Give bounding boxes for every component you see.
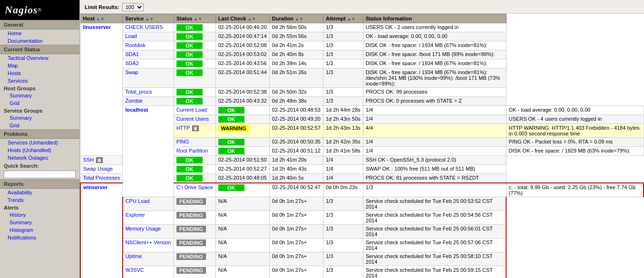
attempt-cell: 1/4 [323,156,363,165]
attempt-cell: 1/4 [363,106,506,115]
sidebar-item-service-groups-grid[interactable]: Grid [0,122,79,129]
sidebar-item-host-groups-summary[interactable]: Summary [0,92,79,99]
sidebar-item-alerts-history[interactable]: History [0,211,79,219]
host-sort-icon[interactable]: ▲▼ [96,17,105,21]
sidebar-item-home[interactable]: Home [0,29,79,37]
attempt-cell: 1/3 [323,211,363,225]
host-cell[interactable]: localhost [123,106,174,197]
table-row: ZombieOK02-25-2014 00:43:320d 2h 49m 38s… [80,97,644,106]
duration-cell: 0d 2h 39m 14s [269,59,323,68]
service-link[interactable]: Swap [125,69,138,75]
sidebar-item-availability[interactable]: Availability [0,189,79,196]
service-link[interactable]: Root Partition [176,148,208,153]
status-info-cell: DISK OK - free space: / 1934 MB (67% ino… [363,59,506,68]
service-cell: Current Load [174,106,215,115]
status-cell: OK [215,138,269,147]
quick-search-label: Quick Search: [0,162,79,170]
attempt-cell: 1/3 [323,32,363,41]
attempt-cell: 1/4 [323,165,363,174]
duration-cell: 1d 2h 43m 13s [323,124,363,138]
service-link[interactable]: Explorer [126,212,145,218]
attempt-cell: 1/3 [323,97,363,106]
service-link[interactable]: SSH [83,157,94,163]
limit-select[interactable]: 100 50 200 [122,3,144,11]
limit-label: Limit Results: [85,4,119,10]
attempt-sort-icon[interactable]: ▲▼ [347,17,356,21]
service-cell: CHECK USERS [123,23,174,32]
sidebar-item-notifications[interactable]: Notifications [0,234,79,241]
service-cell: Load [123,32,174,41]
host-cell[interactable]: winserver [80,183,123,278]
status-badge: OK [176,33,203,40]
status-info-cell: PROCS OK: 81 processes with STATE = RSZD… [363,174,506,183]
status-cell: OK [215,147,269,156]
host-cell[interactable]: linuxserver [80,23,123,156]
service-sort-icon[interactable]: ▲▼ [145,17,154,21]
service-link[interactable]: HTTP [176,125,190,131]
status-badge: OK [176,175,203,182]
service-link[interactable]: Total Processes [83,175,120,181]
status-badge: PENDING [176,212,206,219]
status-sort-icon[interactable]: ▲▼ [194,17,202,21]
attempt-cell: 1/3 [363,183,506,197]
status-badge: PENDING [176,198,206,205]
service-link[interactable]: Swap Usage [83,166,113,172]
attempt-cell: 1/4 [363,147,506,156]
service-cell: Swap Usage [80,165,123,174]
table-row: localhostCurrent LoadOK02-25-2014 00:48:… [80,106,644,115]
service-link[interactable]: CHECK USERS [125,24,163,30]
attempt-cell: 1/4 [363,115,506,124]
service-link[interactable]: PING [176,139,189,144]
service-link[interactable]: NSClient++ Version [126,240,171,245]
sidebar-item-hosts[interactable]: Hosts [0,69,79,77]
status-info-cell: USERS OK - 2 users currently logged in [363,23,506,32]
duration-sort-icon[interactable]: ▲▼ [295,17,303,21]
service-link[interactable]: Current Users [176,116,209,122]
service-link[interactable]: CPU Load [126,198,150,204]
status-cell: PENDING [174,266,215,278]
attempt-cell: 1/3 [323,88,363,97]
duration-cell: 1d 2h 44m 28s [323,106,363,115]
sidebar-item-hosts-unhandled[interactable]: Hosts (Unhandled) [0,146,79,154]
sidebar-item-service-groups-summary[interactable]: Summary [0,114,79,122]
services-table: Host ▲▼ Service ▲▼ Status ▲▼ Last Check … [80,14,644,278]
table-row: CPU LoadPENDINGN/A0d 0h 1m 27s+1/3Servic… [80,197,644,211]
table-row: Total_procsOK02-25-2014 00:52:380d 2h 50… [80,88,644,97]
sidebar-item-network-outages[interactable]: Network Outages [0,154,79,162]
duration-cell: 0d 2h 49m 38s [269,97,323,106]
sidebar-item-tactical-overview[interactable]: Tactical Overview [0,54,79,62]
last-check-cell: 02-25-2014 00:52:08 [215,41,269,50]
last-check-cell: 02-25-2014 00:49:20 [269,115,323,124]
service-link[interactable]: Rootdisk [125,42,146,48]
sidebar-item-alerts-histogram[interactable]: Histogram [0,226,79,234]
sidebar-item-services-unhandled[interactable]: Services (Unhandled) [0,139,79,146]
last-check-cell: 02-25-2014 00:43:32 [215,97,269,106]
sidebar-item-alerts-summary[interactable]: Summary [0,219,79,226]
service-cell: Uptime [123,252,174,266]
service-link[interactable]: Total_procs [125,89,152,95]
attempt-cell: 1/3 [323,239,363,252]
service-link[interactable]: SDA1 [125,51,139,57]
sidebar-item-services[interactable]: Services [0,77,79,85]
service-link[interactable]: C:\ Drive Space [176,184,213,190]
sidebar-item-documentation[interactable]: Documentation [0,37,79,45]
service-link[interactable]: Memory Usage [126,226,161,231]
table-row: Memory UsagePENDINGN/A0d 0h 1m 27s+1/3Se… [80,225,644,239]
duration-cell: 0d 2h 41m 2s [269,41,323,50]
service-link[interactable]: Uptime [126,253,142,259]
sidebar-item-host-groups-grid[interactable]: Grid [0,99,79,107]
status-badge: PENDING [176,267,206,274]
lastcheck-sort-icon[interactable]: ▲▼ [247,17,256,21]
quick-search-input[interactable] [4,171,76,178]
service-link[interactable]: W3SVC [126,267,144,273]
sidebar-item-trends[interactable]: Trends [0,196,79,204]
service-link[interactable]: SDA2 [125,60,139,66]
duration-cell: 0d 2h 51m 26s [269,68,323,88]
service-cell: Memory Usage [123,225,174,239]
service-link[interactable]: Load [125,33,137,39]
status-cell: PENDING [174,239,215,252]
service-link[interactable]: Current Load [176,107,207,113]
status-cell: PENDING [174,197,215,211]
service-link[interactable]: Zombie [125,98,143,104]
sidebar-item-map[interactable]: Map [0,62,79,69]
